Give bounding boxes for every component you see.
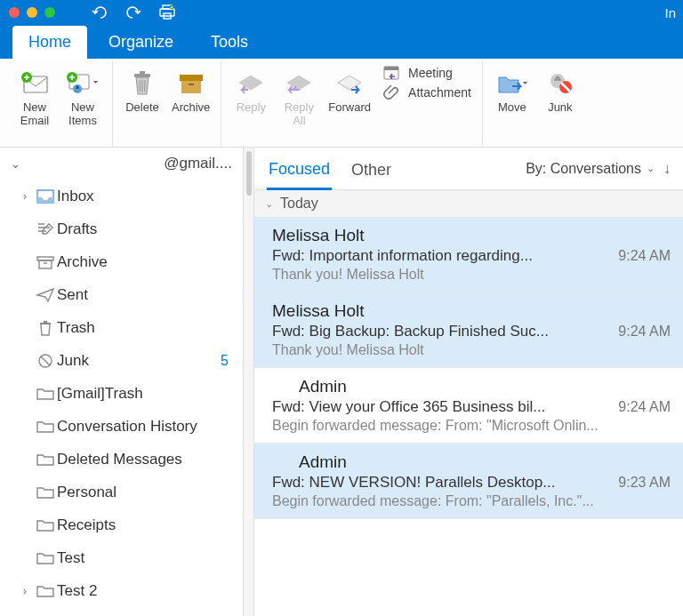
archive-icon <box>177 66 205 100</box>
titlebar: In <box>0 0 683 25</box>
split-gutter[interactable] <box>244 148 254 616</box>
folder-label: Receipts <box>57 516 234 534</box>
minimize-window-button[interactable] <box>27 7 37 18</box>
ribbon: New Email New Items Delete Archive <box>0 59 683 148</box>
inbox-icon <box>34 188 57 204</box>
svg-rect-10 <box>134 74 150 77</box>
print-icon[interactable] <box>158 4 176 20</box>
message-row[interactable]: AdminFwd: NEW VERSION! Parallels Desktop… <box>254 444 683 519</box>
attachment-label: Attachment <box>408 85 471 100</box>
group-header-today[interactable]: ⌄ Today <box>254 190 683 217</box>
zoom-window-button[interactable] <box>44 7 55 18</box>
svg-rect-21 <box>39 260 52 268</box>
folder-icon <box>34 551 57 565</box>
message-time: 9:24 AM <box>618 248 671 264</box>
folder-archive[interactable]: Archive <box>0 245 243 278</box>
tab-tools[interactable]: Tools <box>195 26 264 59</box>
account-label: @gmail.... <box>20 155 232 172</box>
attachment-button[interactable]: Attachment <box>382 84 471 101</box>
move-button[interactable]: Move <box>488 62 536 118</box>
folder-icon <box>34 485 57 500</box>
folder-label: Test 2 <box>57 582 234 600</box>
message-from: Admin <box>272 377 671 396</box>
sort-label: By: Conversations <box>526 161 641 177</box>
new-email-label: New Email <box>20 101 50 128</box>
folder-list: ›InboxDraftsArchiveSentTrashJunk5[Gmail]… <box>0 180 243 607</box>
folder-label: Archive <box>57 253 234 271</box>
svg-rect-14 <box>189 84 194 85</box>
forward-label: Forward <box>328 101 371 115</box>
folder-inbox[interactable]: ›Inbox <box>0 180 243 212</box>
message-time: 9:24 AM <box>618 324 671 340</box>
tab-focused[interactable]: Focused <box>267 156 332 190</box>
drafts-icon <box>34 221 57 237</box>
meeting-label: Meeting <box>408 66 453 80</box>
tab-home[interactable]: Home <box>12 26 87 59</box>
reply-icon <box>236 66 266 100</box>
reply-all-icon <box>284 66 314 100</box>
close-window-button[interactable] <box>9 7 20 18</box>
inbox-tabs: Focused Other By: Conversations ⌄ ↓ <box>254 148 683 190</box>
reply-all-button[interactable]: Reply All <box>275 62 323 132</box>
move-icon <box>495 66 529 100</box>
message-subject: Fwd: Big Backup: Backup Finished Suc... <box>272 323 609 340</box>
folder-label: Personal <box>57 484 234 501</box>
attachment-icon <box>382 84 403 101</box>
svg-rect-13 <box>181 81 201 93</box>
folder-test-2[interactable]: ›Test 2 <box>0 574 243 607</box>
forward-button[interactable]: Forward <box>323 62 376 118</box>
message-row[interactable]: Melissa HoltFwd: Important information r… <box>254 217 683 292</box>
delete-icon <box>129 66 156 100</box>
folder-personal[interactable]: Personal <box>0 476 243 508</box>
message-list-pane: Focused Other By: Conversations ⌄ ↓ ⌄ To… <box>254 148 683 616</box>
reply-button[interactable]: Reply <box>227 62 275 118</box>
svg-point-18 <box>555 76 559 81</box>
svg-rect-23 <box>44 321 47 323</box>
folder-receipts[interactable]: Receipts <box>0 508 243 541</box>
folder-icon <box>34 518 57 532</box>
new-items-label: New Items <box>68 101 97 128</box>
sort-button[interactable]: By: Conversations ⌄ ↓ <box>526 161 671 186</box>
message-preview: Begin forwarded message: From: "Parallel… <box>272 493 671 509</box>
svg-point-8 <box>76 86 79 89</box>
folder-label: [Gmail]Trash <box>57 385 234 403</box>
undo-icon[interactable] <box>91 5 108 20</box>
tab-organize[interactable]: Organize <box>92 26 189 59</box>
chevron-down-icon: ⌄ <box>11 157 20 171</box>
message-row[interactable]: AdminFwd: View your Office 365 Business … <box>254 368 683 444</box>
new-items-button[interactable]: New Items <box>59 62 107 132</box>
move-label: Move <box>498 101 526 115</box>
folder-sent[interactable]: Sent <box>0 278 243 311</box>
account-header[interactable]: ⌄ @gmail.... <box>0 148 243 180</box>
chevron-down-icon: ⌄ <box>265 198 273 210</box>
folder-deleted-messages[interactable]: Deleted Messages <box>0 443 243 476</box>
junk-button[interactable]: Junk <box>536 62 584 118</box>
new-email-button[interactable]: New Email <box>11 62 59 132</box>
ribbon-tabs: Home Organize Tools <box>0 25 683 59</box>
meeting-icon <box>382 64 403 82</box>
archive-icon <box>34 254 57 270</box>
forward-icon <box>333 66 366 100</box>
message-row[interactable]: Melissa HoltFwd: Big Backup: Backup Fini… <box>254 292 683 368</box>
folder-conversation-history[interactable]: Conversation History <box>0 410 243 443</box>
new-email-icon <box>19 66 51 100</box>
window-controls <box>9 7 55 18</box>
redo-icon[interactable] <box>125 5 142 20</box>
sort-direction-icon[interactable]: ↓ <box>663 161 671 177</box>
reply-label: Reply <box>237 101 266 115</box>
delete-label: Delete <box>125 101 159 115</box>
folder-test[interactable]: Test <box>0 541 243 574</box>
meeting-button[interactable]: Meeting <box>382 64 471 82</box>
archive-button[interactable]: Archive <box>166 62 215 118</box>
folder-label: Test <box>57 549 234 567</box>
chevron-down-icon: ⌄ <box>647 163 655 174</box>
folder--gmail-trash[interactable]: [Gmail]Trash <box>0 377 243 410</box>
tab-other[interactable]: Other <box>350 157 393 188</box>
folder-trash[interactable]: Trash <box>0 311 243 344</box>
folder-drafts[interactable]: Drafts <box>0 212 243 245</box>
message-time: 9:23 AM <box>618 475 671 491</box>
svg-rect-12 <box>180 75 203 81</box>
folder-junk[interactable]: Junk5 <box>0 344 243 377</box>
delete-button[interactable]: Delete <box>118 62 166 118</box>
sent-icon <box>34 287 57 303</box>
